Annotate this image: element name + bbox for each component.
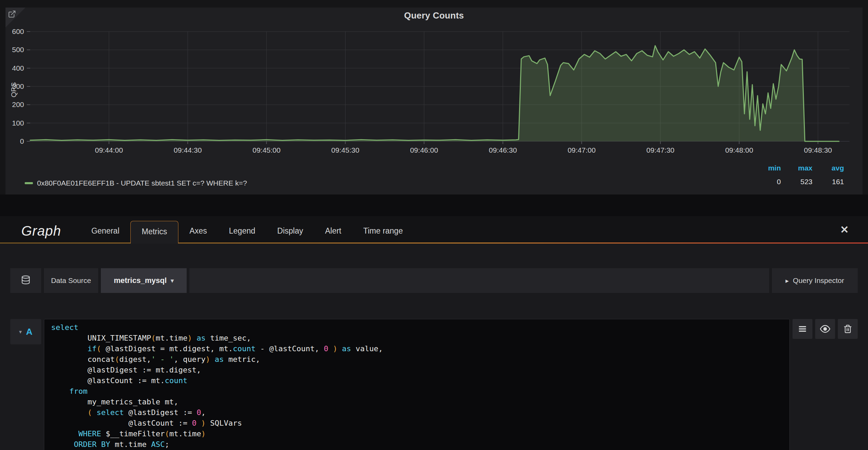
x-tick-label: 09:44:00 bbox=[85, 146, 133, 154]
query-inspector-label: Query Inspector bbox=[793, 276, 844, 285]
chevron-down-icon: ▾ bbox=[19, 329, 22, 335]
y-tick-label: 600 bbox=[4, 27, 24, 36]
query-delete-button[interactable] bbox=[838, 319, 858, 339]
sql-editor-code: select UNIX_TIMESTAMP(mt.time) as time_s… bbox=[51, 322, 783, 450]
close-editor-button[interactable]: ✕ bbox=[840, 224, 849, 236]
legend-series-marker bbox=[25, 182, 33, 184]
x-tick-label: 09:46:30 bbox=[479, 146, 527, 154]
panel-editor-header: Graph GeneralMetricsAxesLegendDisplayAle… bbox=[0, 216, 868, 244]
y-tick-label: 500 bbox=[4, 46, 24, 54]
panel-title[interactable]: Query Counts bbox=[5, 10, 863, 21]
query-ref-id: A bbox=[26, 327, 33, 337]
code-line: @lastDigest := mt.digest, bbox=[51, 365, 783, 375]
legend-stats-values: 0523161 bbox=[749, 178, 844, 191]
tab-display[interactable]: Display bbox=[266, 218, 314, 244]
tab-legend[interactable]: Legend bbox=[218, 218, 266, 244]
query-collapse-button[interactable]: ▾ A bbox=[10, 319, 41, 344]
query-buttons bbox=[793, 319, 858, 339]
x-tick-label: 09:45:00 bbox=[243, 146, 291, 154]
code-line: ( select @lastDigest := 0, bbox=[51, 407, 783, 418]
chart-plot[interactable] bbox=[30, 32, 849, 141]
legend-stats-headers: minmaxavg bbox=[749, 164, 844, 178]
x-tick-label: 09:48:30 bbox=[794, 146, 842, 154]
section-divider bbox=[0, 194, 868, 216]
query-menu-button[interactable] bbox=[793, 319, 812, 339]
chevron-right-icon: ▸ bbox=[786, 277, 789, 285]
y-axis-ticks: 0100200300400500600 bbox=[5, 32, 25, 141]
x-tick-label: 09:44:30 bbox=[164, 146, 212, 154]
eye-icon bbox=[820, 324, 830, 334]
chart-svg bbox=[30, 32, 849, 141]
x-tick-label: 09:47:30 bbox=[636, 146, 684, 154]
code-line: WHERE $__timeFilter(mt.time) bbox=[51, 428, 783, 439]
code-line: @lastCount := mt.count bbox=[51, 375, 783, 386]
code-line: concat(digest,' - ', query) as metric, bbox=[51, 354, 783, 365]
x-axis-ticks: 09:44:0009:44:3009:45:0009:45:3009:46:00… bbox=[30, 146, 849, 156]
datasource-icon-cell bbox=[10, 268, 41, 293]
x-tick-label: 09:46:00 bbox=[400, 146, 448, 154]
y-tick-label: 400 bbox=[4, 64, 24, 72]
datasource-row: Data Source metrics_mysql ▾ ▸ Query Insp… bbox=[10, 268, 858, 293]
stat-cell: avg bbox=[812, 164, 844, 178]
x-tick-label: 09:47:00 bbox=[558, 146, 606, 154]
tab-time-range[interactable]: Time range bbox=[352, 218, 414, 244]
stat-cell: min bbox=[749, 164, 781, 178]
tab-alert[interactable]: Alert bbox=[314, 218, 352, 244]
datasource-selected-value: metrics_mysql bbox=[114, 276, 167, 285]
code-line: if( @lastDigest = mt.digest, mt.count - … bbox=[51, 343, 783, 354]
stat-cell: 161 bbox=[812, 178, 844, 191]
code-line: select bbox=[51, 322, 783, 333]
graph-panel: Query Counts QPS 0100200300400500600 09:… bbox=[5, 8, 863, 194]
x-tick-label: 09:48:00 bbox=[715, 146, 763, 154]
legend-stats: minmaxavg 0523161 bbox=[749, 164, 844, 191]
tab-axes[interactable]: Axes bbox=[178, 218, 218, 244]
legend-series-label: 0x80F0AE01FE6EFF1B - UPDATE sbtest1 SET … bbox=[37, 179, 247, 187]
stat-cell: max bbox=[781, 164, 812, 178]
code-line: UNIX_TIMESTAMP(mt.time) as time_sec, bbox=[51, 333, 783, 343]
stat-cell: 523 bbox=[781, 178, 812, 191]
x-tick-label: 09:45:30 bbox=[321, 146, 369, 154]
code-line: my_metrics_table mt, bbox=[51, 396, 783, 407]
code-line: from bbox=[51, 386, 783, 396]
datasource-row-filler bbox=[189, 268, 769, 293]
legend-series-item[interactable]: 0x80F0AE01FE6EFF1B - UPDATE sbtest1 SET … bbox=[25, 179, 247, 187]
menu-icon bbox=[798, 324, 807, 333]
query-row: ▾ A select UNIX_TIMESTAMP(mt.time) as ti… bbox=[10, 319, 858, 450]
query-toggle-visibility-button[interactable] bbox=[815, 319, 835, 339]
metrics-tab-content: Data Source metrics_mysql ▾ ▸ Query Insp… bbox=[0, 244, 868, 450]
datasource-select[interactable]: metrics_mysql ▾ bbox=[101, 268, 187, 293]
editor-tabs: Graph GeneralMetricsAxesLegendDisplayAle… bbox=[0, 216, 868, 244]
query-inspector-button[interactable]: ▸ Query Inspector bbox=[772, 268, 858, 293]
chevron-down-icon: ▾ bbox=[171, 277, 174, 284]
database-icon bbox=[21, 275, 31, 286]
code-line: ORDER BY mt.time ASC; bbox=[51, 439, 783, 450]
y-tick-label: 300 bbox=[4, 82, 24, 91]
code-line: @lastCount := 0 ) SQLVars bbox=[51, 418, 783, 428]
y-tick-label: 200 bbox=[4, 100, 24, 109]
trash-icon bbox=[843, 324, 852, 333]
y-tick-label: 0 bbox=[4, 137, 24, 145]
y-tick-label: 100 bbox=[4, 119, 24, 127]
datasource-label: Data Source bbox=[44, 268, 98, 293]
sql-query-editor[interactable]: select UNIX_TIMESTAMP(mt.time) as time_s… bbox=[44, 319, 790, 450]
close-icon: ✕ bbox=[840, 224, 849, 235]
panel-type-title: Graph bbox=[21, 218, 61, 244]
tab-general[interactable]: General bbox=[80, 218, 130, 244]
tab-metrics[interactable]: Metrics bbox=[130, 221, 178, 244]
stat-cell: 0 bbox=[749, 178, 781, 191]
